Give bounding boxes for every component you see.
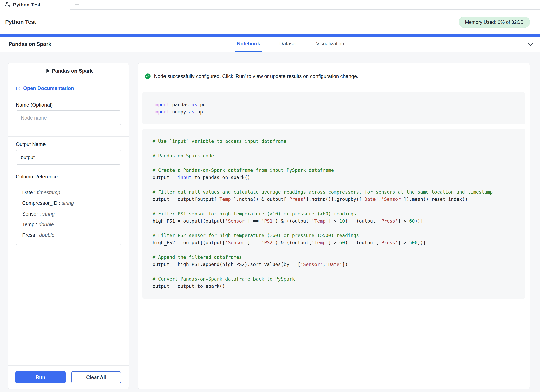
column-reference-list: Date : timestamp Compressor_ID : string … bbox=[16, 183, 121, 245]
column-separator: : bbox=[38, 211, 42, 217]
output-name-label: Output Name bbox=[16, 141, 121, 147]
memory-usage-badge: Memory Used: 0% of 32GB bbox=[459, 16, 530, 28]
tab-notebook[interactable]: Notebook bbox=[235, 37, 261, 51]
header-divider bbox=[45, 10, 45, 35]
column-separator: : bbox=[33, 189, 37, 195]
column-name: Temp bbox=[22, 222, 35, 227]
column-item-press: Press : double bbox=[16, 230, 121, 240]
clear-all-button[interactable]: Clear All bbox=[71, 371, 121, 383]
accent-bar bbox=[0, 35, 540, 37]
column-type: double bbox=[39, 222, 54, 227]
app-header: Python Test Memory Used: 0% of 32GB bbox=[0, 10, 540, 35]
toolbar: Pandas on Spark Notebook Dataset Visuali… bbox=[0, 37, 540, 52]
column-reference-label: Column Reference bbox=[16, 174, 121, 180]
notebook-panel: Node successfully configured. Click 'Run… bbox=[138, 63, 530, 389]
column-type: timestamp bbox=[37, 189, 60, 195]
open-documentation-link[interactable]: Open Documentation bbox=[16, 85, 121, 91]
node-name-input[interactable] bbox=[16, 110, 121, 125]
config-footer: Run Clear All bbox=[8, 365, 129, 389]
section-divider bbox=[8, 136, 129, 137]
config-panel: Pandas on Spark Open Documentation Name … bbox=[8, 63, 129, 389]
workflow-icon bbox=[5, 2, 10, 7]
column-name: Compressor_ID bbox=[22, 200, 57, 206]
tab-dataset[interactable]: Dataset bbox=[278, 37, 298, 51]
collapse-panel-button[interactable] bbox=[521, 37, 540, 51]
tab-visualization[interactable]: Visualization bbox=[315, 37, 346, 51]
name-field-label: Name (Optional) bbox=[16, 102, 121, 108]
node-title: Pandas on Spark bbox=[0, 37, 60, 51]
column-type: string bbox=[62, 200, 74, 206]
new-tab-button[interactable] bbox=[70, 0, 83, 10]
status-message: Node successfully configured. Click 'Run… bbox=[154, 74, 358, 79]
main-content: Pandas on Spark Open Documentation Name … bbox=[0, 52, 540, 392]
view-tabs: Notebook Dataset Visualization bbox=[60, 37, 521, 51]
column-item-compressor-id: Compressor_ID : string bbox=[16, 198, 121, 208]
status-row: Node successfully configured. Click 'Run… bbox=[145, 73, 523, 79]
page-title: Python Test bbox=[0, 19, 45, 25]
code-cell-main[interactable]: # Use `input` variable to access input d… bbox=[142, 129, 525, 299]
equalizer-icon bbox=[44, 68, 49, 74]
output-name-input[interactable] bbox=[16, 150, 121, 165]
column-type: string bbox=[42, 211, 55, 217]
column-item-sensor: Sensor : string bbox=[16, 208, 121, 219]
column-separator: : bbox=[35, 232, 39, 238]
column-item-temp: Temp : double bbox=[16, 219, 121, 230]
column-separator: : bbox=[57, 200, 62, 206]
open-documentation-label: Open Documentation bbox=[23, 85, 74, 91]
workflow-tab-label: Python Test bbox=[13, 2, 40, 8]
column-item-date: Date : timestamp bbox=[16, 187, 121, 198]
external-link-icon bbox=[16, 86, 21, 91]
column-name: Date bbox=[22, 189, 33, 195]
code-cell-imports[interactable]: import pandas as pdimport numpy as np bbox=[142, 92, 525, 124]
config-panel-title: Pandas on Spark bbox=[52, 68, 93, 74]
config-panel-header: Pandas on Spark bbox=[8, 63, 129, 79]
workflow-tab[interactable]: Python Test bbox=[0, 0, 70, 10]
run-button[interactable]: Run bbox=[15, 371, 66, 383]
column-type: double bbox=[39, 232, 54, 238]
column-name: Press bbox=[22, 232, 35, 238]
tab-bar: Python Test bbox=[0, 0, 540, 10]
column-name: Sensor bbox=[22, 211, 38, 217]
success-icon bbox=[145, 73, 151, 79]
column-separator: : bbox=[35, 222, 39, 227]
